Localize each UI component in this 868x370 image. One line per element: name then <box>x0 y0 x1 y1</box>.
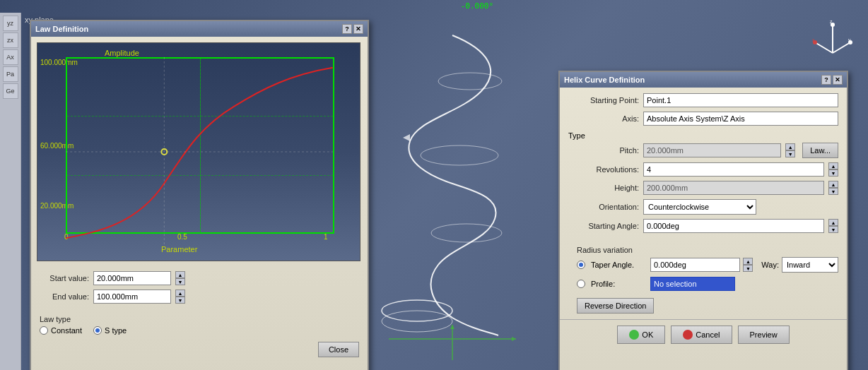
axis-label: Axis: <box>568 114 639 123</box>
svg-text:x: x <box>812 37 815 42</box>
law-dialog-close-x[interactable]: ✕ <box>353 24 363 34</box>
height-spinner: ▲ ▼ <box>828 181 838 195</box>
start-value-spin-down[interactable]: ▼ <box>175 278 185 285</box>
taper-angle-input[interactable] <box>650 258 740 272</box>
helix-curve-dialog: Helix Curve Definition ? ✕ Starting Poin… <box>558 71 848 370</box>
starting-point-row: Starting Point: <box>568 93 838 107</box>
starting-angle-input[interactable] <box>643 219 824 233</box>
starting-angle-spin-up[interactable]: ▲ <box>828 219 838 226</box>
pitch-label: Pitch: <box>568 146 639 155</box>
svg-marker-5 <box>450 325 454 329</box>
height-label: Height: <box>568 184 639 192</box>
law-dialog-title: Law Definition <box>35 25 341 33</box>
cancel-icon <box>683 330 693 340</box>
sidebar-item-yz[interactable]: yz <box>3 16 18 31</box>
height-spin-up[interactable]: ▲ <box>828 181 838 188</box>
svg-marker-4 <box>512 337 516 341</box>
height-input[interactable] <box>643 181 824 195</box>
constant-label: Constant <box>51 326 82 335</box>
axis-row: Axis: <box>568 112 838 126</box>
reverse-direction-button[interactable]: Reverse Direction <box>577 298 654 314</box>
taper-radio-btn[interactable] <box>577 261 585 269</box>
way-select[interactable]: Inward Outward <box>782 257 838 273</box>
svg-text:z: z <box>830 19 833 24</box>
end-value-spin-up[interactable]: ▲ <box>175 290 185 297</box>
end-value-spinner: ▲ ▼ <box>175 290 185 304</box>
start-value-row: Start value: ▲ ▼ <box>40 271 359 285</box>
profile-radio-btn[interactable] <box>577 280 585 288</box>
starting-angle-spin-down[interactable]: ▼ <box>828 226 838 233</box>
law-type-label: Law type <box>40 315 359 323</box>
axis-input[interactable] <box>643 112 838 126</box>
s-type-label: S type <box>105 326 127 335</box>
cancel-button[interactable]: Cancel <box>671 326 732 344</box>
law-close-button[interactable]: Close <box>318 342 359 357</box>
chart-curve <box>37 43 360 261</box>
preview-button[interactable]: Preview <box>738 326 790 344</box>
constant-radio-item[interactable]: Constant <box>40 326 82 335</box>
helix-dialog-close-x[interactable]: ✕ <box>833 75 843 85</box>
ok-button[interactable]: OK <box>617 326 665 344</box>
height-spin-down[interactable]: ▼ <box>828 188 838 195</box>
pitch-spin-down[interactable]: ▼ <box>785 150 795 157</box>
start-value-input[interactable] <box>93 271 171 285</box>
taper-angle-spin-down[interactable]: ▼ <box>743 265 753 272</box>
axis-widget: z x y <box>811 18 854 60</box>
radius-variation-section: Radius variation Taper Angle. ▲ ▼ Way: I… <box>560 243 847 316</box>
sidebar-item-pa[interactable]: Pa <box>3 66 18 82</box>
svg-line-12 <box>833 42 850 53</box>
starting-point-input[interactable] <box>643 93 838 107</box>
cancel-label: Cancel <box>696 330 720 339</box>
revolutions-input[interactable] <box>643 162 824 177</box>
ok-label: OK <box>642 330 653 339</box>
law-button[interactable]: Law... <box>802 143 838 158</box>
svg-line-11 <box>815 42 833 53</box>
pitch-row: Pitch: ▲ ▼ Law... <box>568 143 838 158</box>
svg-text:y: y <box>848 37 851 43</box>
pitch-spinner: ▲ ▼ <box>785 143 795 157</box>
constant-radio-btn[interactable] <box>40 326 48 335</box>
law-form: Start value: ▲ ▼ End value: ▲ ▼ <box>31 267 368 312</box>
svg-marker-9 <box>403 134 410 141</box>
way-label: Way: <box>761 261 779 269</box>
helix-visualization <box>360 14 544 360</box>
starting-point-label: Starting Point: <box>568 96 639 105</box>
law-dialog-help[interactable]: ? <box>342 24 352 34</box>
start-value-spin-up[interactable]: ▲ <box>175 271 185 278</box>
revolutions-spin-down[interactable]: ▼ <box>828 169 838 177</box>
ok-icon <box>629 330 639 340</box>
starting-angle-label: Starting Angle: <box>568 222 639 230</box>
svg-point-7 <box>421 145 498 165</box>
profile-input[interactable]: No selection <box>650 277 735 291</box>
revolutions-spin-up[interactable]: ▲ <box>828 162 838 169</box>
end-value-input[interactable] <box>93 290 171 304</box>
starting-angle-row: Starting Angle: ▲ ▼ <box>568 219 838 233</box>
pitch-spin-up[interactable]: ▲ <box>785 143 795 150</box>
profile-label: Profile: <box>591 280 647 288</box>
profile-row: Profile: No selection <box>568 277 838 291</box>
svg-point-6 <box>438 73 502 90</box>
sidebar-item-ax[interactable]: Ax <box>3 49 18 65</box>
revolutions-spinner: ▲ ▼ <box>828 162 838 177</box>
helix-dialog-help[interactable]: ? <box>821 75 831 85</box>
end-value-row: End value: ▲ ▼ <box>40 290 359 304</box>
taper-angle-row: Taper Angle. ▲ ▼ Way: Inward Outward <box>568 257 838 273</box>
preview-label: Preview <box>750 330 778 339</box>
start-value-label: Start value: <box>40 274 89 282</box>
sidebar-item-ge[interactable]: Ge <box>3 83 18 99</box>
law-chart: Amplitude 100.000mm 60.000mm 20.000mm 0 … <box>37 42 360 261</box>
helix-dialog-footer: OK Cancel Preview <box>560 319 847 350</box>
left-sidebar: yz zx Ax Pa Ge <box>0 13 21 370</box>
sidebar-item-zx[interactable]: zx <box>3 32 18 48</box>
type-label: Type <box>568 130 838 143</box>
s-type-radio-btn[interactable] <box>93 326 102 335</box>
taper-angle-spin-up[interactable]: ▲ <box>743 258 753 265</box>
pitch-input[interactable] <box>643 143 781 157</box>
orientation-label: Orientation: <box>568 203 639 211</box>
law-dialog-titlebar: Law Definition ? ✕ <box>31 21 368 37</box>
helix-dialog-title: Helix Curve Definition <box>564 76 820 84</box>
s-type-radio-item[interactable]: S type <box>93 326 127 335</box>
orientation-select[interactable]: Clockwise Counterclockwise <box>643 199 756 215</box>
end-value-spin-down[interactable]: ▼ <box>175 297 185 304</box>
law-definition-dialog: Law Definition ? ✕ Amplitude 100.000mm 6… <box>30 20 369 370</box>
